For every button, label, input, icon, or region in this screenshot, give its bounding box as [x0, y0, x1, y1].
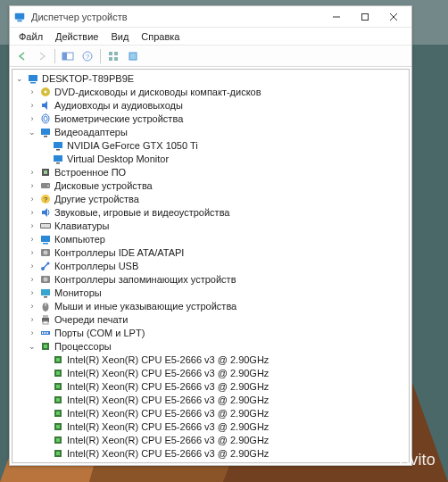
svg-point-40	[47, 262, 50, 264]
expand-toggle[interactable]: ›	[27, 315, 37, 324]
expand-toggle[interactable]: ›	[27, 235, 37, 244]
expand-toggle[interactable]: ›	[27, 114, 37, 123]
menu-view[interactable]: Вид	[105, 29, 134, 44]
category-ports[interactable]: ›Порты (COM и LPT)	[25, 326, 409, 339]
cpu-core-3[interactable]: Intel(R) Xeon(R) CPU E5-2666 v3 @ 2.90GH…	[37, 393, 409, 406]
maximize-button[interactable]	[351, 7, 379, 27]
forward-button[interactable]	[33, 48, 51, 64]
cpu-core-1[interactable]: Intel(R) Xeon(R) CPU E5-2666 v3 @ 2.90GH…	[37, 366, 409, 379]
category-keyboard[interactable]: ›Клавиатуры	[25, 219, 409, 232]
chip-icon	[39, 166, 52, 179]
category-print[interactable]: ›Очереди печати	[25, 312, 409, 326]
expand-toggle[interactable]: ›	[27, 275, 37, 284]
category-sound[interactable]: ›Звуковые, игровые и видеоустройства	[25, 205, 409, 219]
close-button[interactable]	[379, 7, 408, 27]
usb-icon	[39, 260, 52, 272]
minimize-button[interactable]	[322, 7, 351, 27]
category-biometric[interactable]: ›Биометрические устройства	[25, 112, 409, 125]
category-display[interactable]: ⌄Видеоадаптеры	[25, 125, 409, 138]
expand-toggle[interactable]: ⌄	[14, 74, 25, 83]
devices-by-connection-button[interactable]	[124, 48, 142, 64]
expand-toggle[interactable]: ›	[27, 328, 37, 337]
svg-rect-56	[44, 345, 47, 348]
tree-item-label: Компьютер	[54, 234, 105, 245]
svg-rect-43	[41, 289, 50, 295]
category-storage[interactable]: ›Контроллеры запоминающих устройств	[25, 272, 409, 286]
show-hidden-button[interactable]	[59, 48, 77, 64]
category-dvd[interactable]: ›DVD-дисководы и дисководы компакт-диско…	[25, 85, 409, 98]
devices-by-type-button[interactable]	[104, 48, 122, 64]
expand-toggle[interactable]: ›	[27, 195, 37, 204]
svg-rect-62	[56, 385, 60, 388]
mouse-icon	[39, 300, 52, 312]
titlebar[interactable]: Диспетчер устройств	[10, 6, 411, 28]
cpu-core-4[interactable]: Intel(R) Xeon(R) CPU E5-2666 v3 @ 2.90GH…	[37, 406, 409, 420]
cpu-core-8[interactable]: Intel(R) Xeon(R) CPU E5-2666 v3 @ 2.90GH…	[37, 460, 409, 463]
device-tree-container[interactable]: ⌄DESKTOP-T89PB9E›DVD-дисководы и дисково…	[12, 69, 410, 463]
cpu-core-0[interactable]: Intel(R) Xeon(R) CPU E5-2666 v3 @ 2.90GH…	[37, 353, 409, 366]
menubar: Файл Действие Вид Справка	[10, 28, 411, 46]
cpu-core-2[interactable]: Intel(R) Xeon(R) CPU E5-2666 v3 @ 2.90GH…	[37, 379, 409, 393]
svg-rect-1	[17, 20, 21, 21]
svg-rect-66	[56, 411, 60, 415]
cpu-icon	[52, 434, 64, 446]
keyboard-icon	[39, 220, 52, 232]
svg-rect-25	[54, 155, 62, 162]
svg-rect-26	[56, 162, 60, 164]
tree-item-label: Intel(R) Xeon(R) CPU E5-2666 v3 @ 2.90GH…	[66, 461, 269, 464]
expand-toggle[interactable]: ›	[27, 101, 37, 110]
tree-item-label: Биометрические устройства	[54, 113, 183, 124]
expand-toggle[interactable]: ›	[27, 262, 37, 270]
svg-rect-21	[41, 129, 50, 135]
expand-toggle[interactable]: ›	[27, 208, 37, 217]
category-mouse[interactable]: ›Мыши и иные указывающие устройства	[25, 299, 409, 312]
hdd-icon	[39, 273, 52, 286]
window-controls	[322, 7, 408, 27]
svg-rect-36	[43, 243, 48, 245]
category-usb[interactable]: ›Контроллеры USB	[25, 259, 409, 272]
expand-toggle[interactable]: ›	[27, 181, 37, 190]
menu-help[interactable]: Справка	[136, 29, 185, 44]
category-audio-in[interactable]: ›Аудиовходы и аудиовыходы	[25, 98, 409, 112]
back-button[interactable]	[13, 48, 31, 64]
category-ide[interactable]: ›Контроллеры IDE ATA/ATAPI	[25, 245, 409, 259]
expand-toggle[interactable]: ›	[27, 221, 37, 230]
category-cpu[interactable]: ⌄Процессоры	[25, 339, 409, 353]
unknown-icon: ?	[39, 193, 52, 205]
device-gpu-nvidia[interactable]: NVIDIA GeForce GTX 1050 Ti	[37, 138, 409, 152]
tree-item-label: Мониторы	[54, 287, 102, 298]
expand-toggle[interactable]: ›	[27, 288, 37, 297]
category-other[interactable]: ›?Другие устройства	[25, 192, 409, 205]
expand-toggle[interactable]: ›	[27, 248, 37, 257]
cpu-icon	[52, 394, 64, 406]
expand-toggle[interactable]: ⌄	[27, 342, 37, 351]
help-toolbar-button[interactable]: ?	[79, 48, 96, 64]
cpu-icon	[52, 353, 64, 366]
tree-item-label: Аудиовходы и аудиовыходы	[54, 100, 183, 111]
category-computer[interactable]: ›Компьютер	[25, 232, 409, 245]
tree-item-label: Intel(R) Xeon(R) CPU E5-2666 v3 @ 2.90GH…	[66, 421, 269, 432]
toolbar-separator	[54, 49, 55, 63]
expand-toggle[interactable]: ›	[27, 87, 37, 96]
category-disk[interactable]: ›Дисковые устройства	[25, 179, 409, 192]
app-icon	[13, 11, 26, 23]
category-firmware[interactable]: ›Встроенное ПО	[25, 165, 409, 179]
menu-action[interactable]: Действие	[50, 29, 104, 44]
expand-toggle[interactable]: ›	[27, 168, 37, 177]
svg-rect-73	[54, 463, 62, 464]
device-gpu-vdm[interactable]: Virtual Desktop Monitor	[37, 152, 409, 165]
svg-rect-28	[44, 170, 47, 174]
svg-rect-53	[46, 332, 46, 334]
cpu-core-6[interactable]: Intel(R) Xeon(R) CPU E5-2666 v3 @ 2.90GH…	[37, 433, 409, 446]
category-monitors[interactable]: ›Мониторы	[25, 286, 409, 299]
expand-toggle[interactable]: ⌄	[27, 128, 37, 137]
cpu-core-7[interactable]: Intel(R) Xeon(R) CPU E5-2666 v3 @ 2.90GH…	[37, 446, 409, 460]
cpu-core-5[interactable]: Intel(R) Xeon(R) CPU E5-2666 v3 @ 2.90GH…	[37, 420, 409, 433]
cpu-icon	[52, 420, 64, 433]
finger-icon	[39, 112, 52, 125]
cpu-icon	[52, 461, 64, 464]
svg-rect-3	[362, 13, 369, 20]
expand-toggle[interactable]: ›	[27, 302, 37, 311]
tree-root[interactable]: ⌄DESKTOP-T89PB9E	[12, 71, 409, 85]
menu-file[interactable]: Файл	[13, 29, 48, 44]
